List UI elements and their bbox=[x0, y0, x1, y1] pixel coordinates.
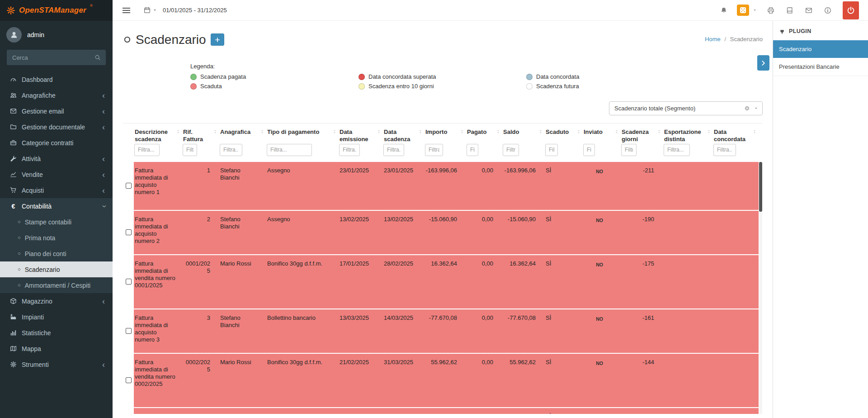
column-header-descrizione-scadenza[interactable]: Descrizione scadenza bbox=[134, 128, 182, 144]
column-header-inviato[interactable]: Inviato bbox=[583, 128, 621, 144]
cell-anagrafica: Stefano Bianchi bbox=[219, 211, 266, 254]
table-row-5[interactable]: Fattura immediata di vendita numero 0002… bbox=[123, 354, 759, 407]
table-row-3[interactable]: Fattura immediata di vendita numero 0001… bbox=[123, 255, 759, 309]
filter-input-saldo[interactable] bbox=[503, 144, 519, 156]
sidebar-item-statistiche[interactable]: Statistiche bbox=[0, 325, 113, 341]
sidebar-subitem-piano-dei-conti[interactable]: ○Piano dei conti bbox=[0, 246, 113, 261]
segment-select[interactable]: Scadenzario totale (Segmento) bbox=[609, 101, 763, 115]
filter-input-anagrafica[interactable] bbox=[220, 144, 242, 156]
sidebar-subitem-stampe-contabili[interactable]: ○Stampe contabili bbox=[0, 214, 113, 230]
column-header-scadenza-giorni[interactable]: Scadenza giorni bbox=[621, 128, 663, 144]
row-checkbox[interactable] bbox=[126, 377, 132, 383]
breadcrumb-home-link[interactable]: Home bbox=[705, 36, 721, 43]
scrollbar-thumb[interactable] bbox=[759, 162, 762, 212]
chevron-left-icon: ‹ bbox=[101, 297, 106, 305]
filter-input-importo[interactable] bbox=[425, 144, 443, 156]
filter-input-data-emissione[interactable] bbox=[339, 144, 360, 156]
random-button[interactable] bbox=[737, 5, 749, 16]
column-header-anagrafica[interactable]: Anagrafica bbox=[219, 128, 266, 144]
sidebar-item-impianti[interactable]: Impianti bbox=[0, 309, 113, 325]
sidebar-item-strumenti[interactable]: Strumenti‹ bbox=[0, 356, 113, 372]
cell-tipo-di-pagamento: Bonifico 30gg d.f.f.m. bbox=[266, 255, 339, 309]
plug-icon bbox=[779, 28, 785, 34]
calendar-icon bbox=[144, 7, 151, 14]
sort-icon bbox=[418, 129, 423, 134]
filter-input-scaduto[interactable] bbox=[545, 144, 558, 156]
table-row-6[interactable]: Fattura immediata di acquisto numero 44S… bbox=[123, 408, 759, 414]
filter-input-data-concordata[interactable] bbox=[713, 144, 736, 156]
sort-icon bbox=[213, 129, 217, 134]
column-header-saldo[interactable]: Saldo bbox=[502, 128, 545, 144]
sidebar-item-vendite[interactable]: Vendite‹ bbox=[0, 166, 113, 182]
column-header-data-scadenza[interactable]: Data scadenza bbox=[383, 128, 425, 144]
table-row-2[interactable]: Fattura immediata di acquisto numero 22S… bbox=[123, 211, 759, 254]
column-header-esportazione-distinta[interactable]: Esportazione distinta bbox=[663, 128, 713, 144]
plugin-item-presentazioni-bancarie[interactable]: Presentazioni Bancarie bbox=[773, 58, 868, 76]
sidebar-item-label: Acquisti bbox=[22, 187, 101, 194]
plugin-item-scadenzario[interactable]: Scadenzario bbox=[773, 40, 868, 58]
folder-icon bbox=[8, 124, 19, 130]
search-input[interactable] bbox=[7, 50, 90, 65]
sort-icon bbox=[176, 129, 180, 134]
sidebar-item-contabilita[interactable]: €Contabilità‹ bbox=[0, 198, 113, 214]
row-checkbox[interactable] bbox=[126, 183, 132, 189]
filter-input-pagato[interactable] bbox=[467, 144, 478, 156]
sidebar-subitem-ammortamenti-cespiti[interactable]: ○Ammortamenti / Cespiti bbox=[0, 277, 113, 293]
table-row-1[interactable]: Fattura immediata di acquisto numero 11S… bbox=[123, 162, 759, 210]
column-header-data-concordata[interactable]: Data concordata bbox=[713, 128, 759, 144]
info-button[interactable] bbox=[818, 7, 837, 14]
cell-inviato: NO bbox=[583, 255, 621, 309]
table-row-4[interactable]: Fattura immediata di acquisto numero 33S… bbox=[123, 309, 759, 353]
sidebar-subitem-prima-nota[interactable]: ○Prima nota bbox=[0, 230, 113, 246]
filter-input-esportazione-distinta[interactable] bbox=[664, 144, 690, 156]
daterange-picker[interactable]: 01/01/2025 - 31/12/2025 bbox=[144, 7, 227, 14]
sidebar-item-attivita[interactable]: Attività‹ bbox=[0, 151, 113, 166]
email-button[interactable] bbox=[799, 7, 818, 14]
filter-input-inviato[interactable] bbox=[583, 144, 595, 156]
clear-selection-icon[interactable] bbox=[744, 105, 750, 111]
print-button[interactable] bbox=[761, 7, 780, 14]
filter-input-descrizione-scadenza[interactable] bbox=[134, 144, 160, 156]
column-header-scaduto[interactable]: Scaduto bbox=[545, 128, 583, 144]
column-header-data-emissione[interactable]: Data emissione bbox=[339, 128, 383, 144]
user-menu-caret[interactable] bbox=[750, 8, 761, 12]
app-logo[interactable]: OpenSTAManager ® bbox=[0, 0, 113, 21]
sidebar-item-anagrafiche[interactable]: Anagrafiche‹ bbox=[0, 87, 113, 103]
filter-input-rif-fattura[interactable] bbox=[183, 144, 197, 156]
sidebar-subitem-scadenzario[interactable]: ○Scadenzario bbox=[0, 261, 113, 277]
column-header-label: Rif. Fattura bbox=[183, 128, 203, 142]
sidebar-item-gestione-documentale[interactable]: Gestione documentale‹ bbox=[0, 119, 113, 135]
sidebar-toggle-button[interactable] bbox=[123, 8, 130, 13]
sidebar-subitem-label: Piano dei conti bbox=[25, 250, 66, 257]
filter-input-scadenza-giorni[interactable] bbox=[621, 144, 637, 156]
row-checkbox[interactable] bbox=[126, 328, 132, 334]
filter-input-tipo-di-pagamento[interactable] bbox=[267, 144, 312, 156]
column-header-pagato[interactable]: Pagato bbox=[466, 128, 502, 144]
cell-anagrafica: Mario Rossi bbox=[219, 255, 266, 309]
logout-button[interactable] bbox=[843, 1, 859, 19]
sidebar-item-mappa[interactable]: Mappa bbox=[0, 341, 113, 356]
table-header-row: Descrizione scadenzaRif. FatturaAnagrafi… bbox=[123, 128, 759, 144]
sidebar-item-magazzino[interactable]: Magazzino‹ bbox=[0, 293, 113, 309]
docs-button[interactable] bbox=[780, 7, 799, 14]
row-checkbox[interactable] bbox=[126, 229, 132, 235]
logo-registered-mark: ® bbox=[90, 4, 93, 8]
sidebar-item-acquisti[interactable]: Acquisti‹ bbox=[0, 182, 113, 198]
column-header-rif-fattura[interactable]: Rif. Fattura bbox=[182, 128, 219, 144]
column-header-importo[interactable]: Importo bbox=[425, 128, 466, 144]
sidebar-item-categorie-contratti[interactable]: Categorie contratti bbox=[0, 135, 113, 151]
filter-input-data-scadenza[interactable] bbox=[383, 144, 404, 156]
notifications-button[interactable] bbox=[714, 7, 733, 14]
cell-data-concordata bbox=[713, 354, 759, 407]
table-scrollbar[interactable] bbox=[759, 162, 762, 414]
search-button[interactable] bbox=[90, 50, 106, 65]
sidebar-item-dashboard[interactable]: Dashboard bbox=[0, 71, 113, 87]
plugin-panel-toggle-button[interactable] bbox=[757, 55, 769, 71]
chevron-left-icon: ‹ bbox=[101, 155, 106, 163]
column-header-tipo-di-pagamento[interactable]: Tipo di pagamento bbox=[266, 128, 339, 144]
row-checkbox[interactable] bbox=[126, 279, 132, 285]
plugin-panel-header: PLUGIN bbox=[773, 21, 868, 40]
column-header-label: Scadenza giorni bbox=[622, 128, 649, 142]
sidebar-item-gestione-email[interactable]: Gestione email‹ bbox=[0, 103, 113, 119]
add-record-button[interactable] bbox=[211, 33, 224, 46]
